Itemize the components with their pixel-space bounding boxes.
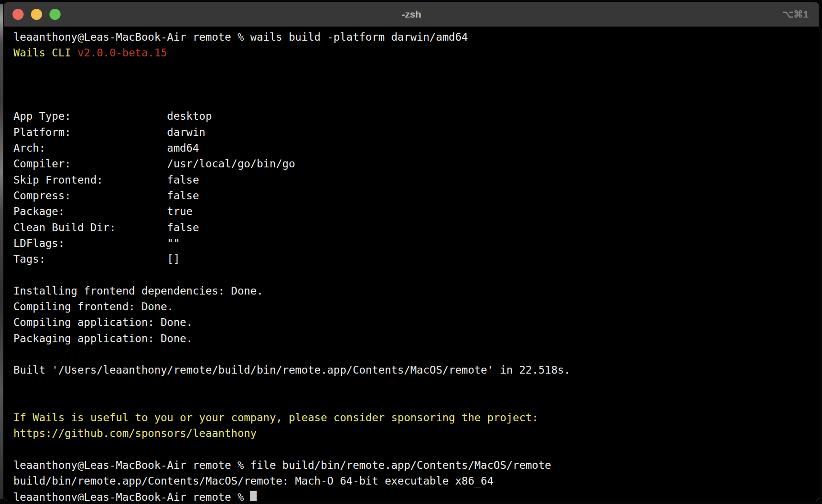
terminal-cursor: █	[250, 491, 257, 501]
terminal-line: Wails CLI v2.0.0-beta.15	[13, 45, 814, 61]
desktop-canvas: -zsh ⌥⌘1 leaanthony@Leas-MacBook-Air rem…	[0, 0, 822, 504]
terminal-text-segment: Installing frontend dependencies: Done.	[13, 285, 263, 297]
terminal-line: Compress: false	[13, 188, 814, 203]
terminal-line: leaanthony@Leas-MacBook-Air remote % █	[13, 489, 814, 501]
background-window-edge	[0, 4, 3, 499]
terminal-text-segment: leaanthony@Leas-MacBook-Air remote % wai…	[13, 31, 468, 43]
minimize-button[interactable]	[31, 9, 42, 20]
terminal-output[interactable]: leaanthony@Leas-MacBook-Air remote % wai…	[4, 27, 819, 501]
terminal-line: Packaging application: Done.	[13, 331, 814, 346]
terminal-line	[13, 442, 814, 457]
terminal-window: -zsh ⌥⌘1 leaanthony@Leas-MacBook-Air rem…	[4, 2, 819, 501]
terminal-line: https://github.com/sponsors/leaanthony	[13, 425, 814, 441]
terminal-line: Clean Build Dir: false	[13, 220, 814, 235]
terminal-text-segment: Compress: false	[13, 190, 199, 202]
zoom-button[interactable]	[49, 9, 61, 20]
terminal-text-segment: leaanthony@Leas-MacBook-Air remote %	[13, 491, 250, 501]
terminal-line: If Wails is useful to you or your compan…	[13, 410, 814, 425]
terminal-text-segment: Built '/Users/leaanthony/remote/build/bi…	[13, 364, 570, 376]
terminal-line: Compiling frontend: Done.	[13, 299, 814, 314]
terminal-line	[13, 378, 814, 394]
terminal-line: Compiler: /usr/local/go/bin/go	[13, 156, 814, 172]
terminal-line	[13, 77, 814, 92]
terminal-text-segment: leaanthony@Leas-MacBook-Air remote % fil…	[13, 459, 551, 471]
terminal-line	[13, 92, 814, 108]
terminal-text-segment: Packaging application: Done.	[13, 332, 193, 344]
terminal-line: Built '/Users/leaanthony/remote/build/bi…	[13, 362, 814, 378]
terminal-line: Installing frontend dependencies: Done.	[13, 283, 814, 299]
terminal-text-segment: Skip Frontend: false	[13, 174, 199, 186]
terminal-line: Platform: darwin	[13, 124, 814, 140]
terminal-text-segment: Arch: amd64	[13, 142, 199, 154]
terminal-text-segment: Compiling frontend: Done.	[13, 301, 173, 313]
window-title: -zsh	[4, 9, 819, 20]
terminal-line: LDFlags: ""	[13, 235, 814, 251]
terminal-text-segment: If Wails is useful to you or your compan…	[13, 412, 538, 424]
terminal-text-segment: Platform: darwin	[13, 126, 205, 138]
window-titlebar[interactable]: -zsh ⌥⌘1	[4, 2, 819, 27]
terminal-text-segment: LDFlags: ""	[13, 237, 180, 249]
terminal-line: Package: true	[13, 203, 814, 219]
terminal-line: App Type: desktop	[13, 108, 814, 124]
terminal-text-segment: Tags: []	[13, 253, 180, 265]
terminal-text-segment: Wails CLI	[13, 47, 77, 59]
terminal-line: Skip Frontend: false	[13, 172, 814, 188]
window-shortcut-badge: ⌥⌘1	[782, 2, 809, 26]
terminal-line: leaanthony@Leas-MacBook-Air remote % wai…	[13, 29, 814, 45]
terminal-line	[13, 394, 814, 410]
terminal-line: leaanthony@Leas-MacBook-Air remote % fil…	[13, 457, 814, 473]
close-button[interactable]	[12, 9, 24, 20]
window-controls	[12, 2, 61, 26]
terminal-line	[13, 267, 814, 283]
terminal-text-segment: Clean Build Dir: false	[13, 221, 199, 234]
terminal-text-segment: Compiler: /usr/local/go/bin/go	[13, 158, 295, 170]
terminal-line	[13, 346, 814, 362]
terminal-line: Tags: []	[13, 251, 814, 267]
terminal-line	[13, 61, 814, 77]
terminal-text-segment: Package: true	[13, 205, 193, 217]
terminal-text-segment: App Type: desktop	[13, 110, 212, 122]
terminal-text-segment: https://github.com/sponsors/leaanthony	[13, 427, 257, 439]
terminal-text-segment: v2.0.0-beta.15	[77, 47, 167, 59]
terminal-text-segment: build/bin/remote.app/Contents/MacOS/remo…	[13, 475, 494, 487]
terminal-line: Arch: amd64	[13, 140, 814, 156]
terminal-line: Compiling application: Done.	[13, 314, 814, 330]
terminal-text-segment: Compiling application: Done.	[13, 316, 193, 328]
terminal-line: build/bin/remote.app/Contents/MacOS/remo…	[13, 473, 814, 489]
